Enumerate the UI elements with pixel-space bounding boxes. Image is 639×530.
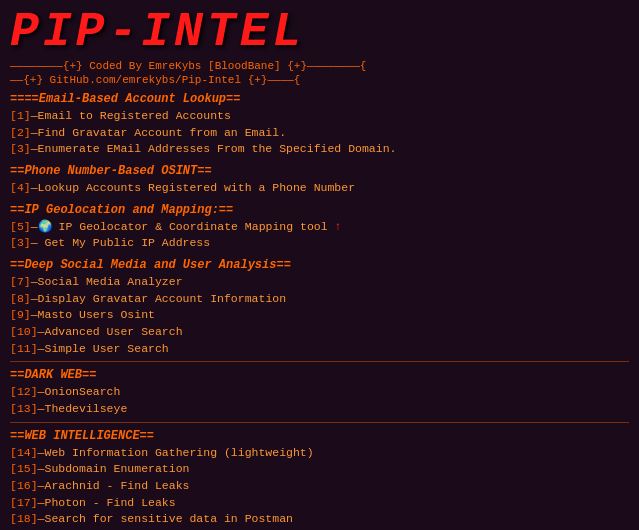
section-email-header: ====Email-Based Account Lookup== — [10, 92, 629, 106]
section-geo: ==IP Geolocation and Mapping:== [5]—🌍 IP… — [10, 203, 629, 252]
section-phone: ==Phone Number-Based OSINT== [4]—Lookup … — [10, 164, 629, 197]
menu-item-16[interactable]: [16]—Arachnid - Find Leaks — [10, 478, 629, 495]
app-title: PIP-INTEL — [10, 8, 629, 56]
subtitle-line-2: ——{+} GitHub.com/emrekybs/Pip-Intel {+}—… — [10, 74, 629, 86]
menu-item-8[interactable]: [8]—Display Gravatar Account Information — [10, 291, 629, 308]
menu-item-5[interactable]: [5]—🌍 IP Geolocator & Coordinate Mapping… — [10, 219, 629, 236]
menu-item-6[interactable]: [3]— Get My Public IP Address — [10, 235, 629, 252]
menu-item-17[interactable]: [17]—Photon - Find Leaks — [10, 495, 629, 512]
section-darkweb-header: ==DARK WEB== — [10, 368, 629, 382]
menu-item-9[interactable]: [9]—Masto Users Osint — [10, 307, 629, 324]
section-social-header: ==Deep Social Media and User Analysis== — [10, 258, 629, 272]
menu-item-15[interactable]: [15]—Subdomain Enumeration — [10, 461, 629, 478]
menu-item-18[interactable]: [18]—Search for sensitive data in Postma… — [10, 511, 629, 528]
menu-item-7[interactable]: [7]—Social Media Analyzer — [10, 274, 629, 291]
section-geo-header: ==IP Geolocation and Mapping:== — [10, 203, 629, 217]
section-social: ==Deep Social Media and User Analysis== … — [10, 258, 629, 357]
menu-item-4[interactable]: [4]—Lookup Accounts Registered with a Ph… — [10, 180, 629, 197]
menu-item-12[interactable]: [12]—OnionSearch — [10, 384, 629, 401]
section-darkweb: ==DARK WEB== [12]—OnionSearch [13]—Thede… — [10, 368, 629, 417]
menu-item-10[interactable]: [10]—Advanced User Search — [10, 324, 629, 341]
main-container: PIP-INTEL ————————{+} Coded By EmreKybs … — [0, 0, 639, 530]
section-email: ====Email-Based Account Lookup== [1]—Ema… — [10, 92, 629, 158]
section-webintel: ==WEB INTELLIGENCE== [14]—Web Informatio… — [10, 429, 629, 530]
menu-item-3[interactable]: [3]—Enumerate EMail Addresses From the S… — [10, 141, 629, 158]
menu-item-14[interactable]: [14]—Web Information Gathering (lightwei… — [10, 445, 629, 462]
section-webintel-header: ==WEB INTELLIGENCE== — [10, 429, 629, 443]
section-phone-header: ==Phone Number-Based OSINT== — [10, 164, 629, 178]
menu-item-2[interactable]: [2]—Find Gravatar Account from an Email. — [10, 125, 629, 142]
menu-item-13[interactable]: [13]—Thedevilseye — [10, 401, 629, 418]
divider-2 — [10, 422, 629, 423]
menu-item-1[interactable]: [1]—Email to Registered Accounts — [10, 108, 629, 125]
subtitle-line-1: ————————{+} Coded By EmreKybs [BloodBane… — [10, 60, 629, 72]
divider-1 — [10, 361, 629, 362]
menu-item-11[interactable]: [11]—Simple User Search — [10, 341, 629, 358]
equals-icon: == — [10, 92, 24, 106]
